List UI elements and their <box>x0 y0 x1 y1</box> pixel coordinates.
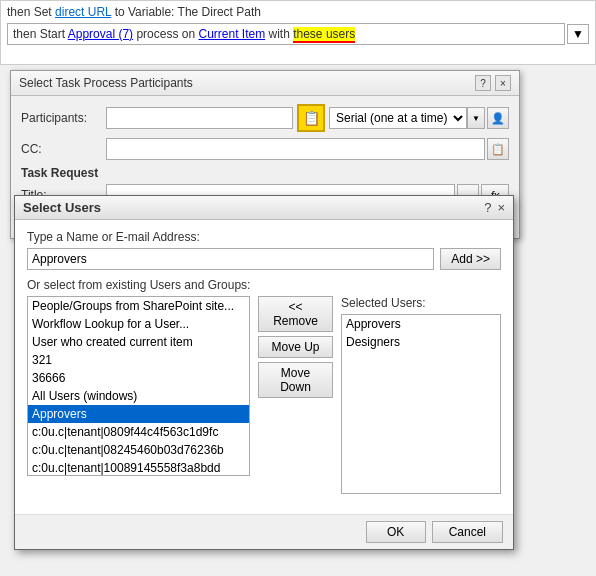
inner-titlebar-icons: ? × <box>484 200 505 215</box>
list-item[interactable]: 321 <box>28 351 249 369</box>
select-users-content: Type a Name or E-mail Address: Add >> Or… <box>15 220 513 514</box>
task-dialog-title: Select Task Process Participants <box>19 76 193 90</box>
serial-dropdown-btn[interactable]: ▼ <box>467 107 485 129</box>
these-users-highlight: these users <box>293 27 355 43</box>
line2-prefix: then Start <box>13 27 68 41</box>
middle-buttons: << Remove Move Up Move Down <box>258 296 333 494</box>
participants-input[interactable] <box>106 107 293 129</box>
task-dialog-close-btn[interactable]: × <box>495 75 511 91</box>
selected-list-item[interactable]: Designers <box>342 333 500 351</box>
line1-prefix: then Set <box>7 5 55 19</box>
cc-input[interactable] <box>106 138 485 160</box>
serial-select[interactable]: Serial (one at a time) <box>329 107 467 129</box>
participants-row: Participants: 📋 Serial (one at a time) ▼… <box>21 104 509 132</box>
list-item[interactable]: Workflow Lookup for a User... <box>28 315 249 333</box>
participants-label: Participants: <box>21 111 106 125</box>
select-users-dialog: Select Users ? × Type a Name or E-mail A… <box>14 195 514 550</box>
lists-area: People/Groups from SharePoint site...Wor… <box>27 296 501 494</box>
taskdialog-title-icons: ? × <box>475 75 511 91</box>
list-item[interactable]: 36666 <box>28 369 249 387</box>
cc-row: CC: 📋 <box>21 138 509 160</box>
participants-book-btn[interactable]: 📋 <box>297 104 325 132</box>
left-list-inner[interactable]: People/Groups from SharePoint site...Wor… <box>28 297 249 475</box>
line1-suffix: to <box>115 5 128 19</box>
line2-mid: process on <box>136 27 198 41</box>
list-item[interactable]: c:0u.c|tenant|0809f44c4f563c1d9fc <box>28 423 249 441</box>
select-users-help-btn[interactable]: ? <box>484 200 491 215</box>
select-users-title: Select Users <box>23 200 101 215</box>
search-row: Add >> <box>27 248 501 270</box>
task-dialog-help-btn[interactable]: ? <box>475 75 491 91</box>
current-item-link[interactable]: Current Item <box>198 27 265 41</box>
workflow-line1: then Set direct URL to Variable: The Dir… <box>7 5 589 19</box>
list-item[interactable]: User who created current item <box>28 333 249 351</box>
list-item[interactable]: Approvers <box>28 405 249 423</box>
task-dialog-titlebar: Select Task Process Participants ? × <box>11 71 519 96</box>
left-list-container: People/Groups from SharePoint site...Wor… <box>27 296 250 494</box>
left-list-box: People/Groups from SharePoint site...Wor… <box>27 296 250 476</box>
select-users-titlebar: Select Users ? × <box>15 196 513 220</box>
ok-button[interactable]: OK <box>366 521 426 543</box>
workflow-background: then Set direct URL to Variable: The Dir… <box>0 0 596 65</box>
right-list-container: Selected Users: ApproversDesigners <box>341 296 501 494</box>
move-down-button[interactable]: Move Down <box>258 362 333 398</box>
workflow-line2: then Start Approval (7) process on Curre… <box>7 23 565 45</box>
cc-book-btn[interactable]: 📋 <box>487 138 509 160</box>
select-users-footer: OK Cancel <box>15 514 513 549</box>
selected-users-label: Selected Users: <box>341 296 501 310</box>
or-select-label: Or select from existing Users and Groups… <box>27 278 501 292</box>
list-item[interactable]: All Users (windows) <box>28 387 249 405</box>
selected-list-item[interactable]: Approvers <box>342 315 500 333</box>
direct-url-link[interactable]: direct URL <box>55 5 111 19</box>
line2-end: with <box>269 27 294 41</box>
list-item[interactable]: c:0u.c|tenant|10089145558f3a8bdd <box>28 459 249 475</box>
workflow-dropdown[interactable]: ▼ <box>567 24 589 44</box>
line1-var: Variable: The Direct Path <box>128 5 261 19</box>
approval-link[interactable]: Approval (7) <box>68 27 133 41</box>
task-request-header: Task Request <box>21 166 509 180</box>
cancel-button[interactable]: Cancel <box>432 521 503 543</box>
list-item[interactable]: c:0u.c|tenant|08245460b03d76236b <box>28 441 249 459</box>
move-up-button[interactable]: Move Up <box>258 336 333 358</box>
right-list[interactable]: ApproversDesigners <box>341 314 501 494</box>
participants-person-btn[interactable]: 👤 <box>487 107 509 129</box>
select-users-close-btn[interactable]: × <box>497 200 505 215</box>
add-button[interactable]: Add >> <box>440 248 501 270</box>
list-item[interactable]: People/Groups from SharePoint site... <box>28 297 249 315</box>
cc-label: CC: <box>21 142 106 156</box>
type-name-label: Type a Name or E-mail Address: <box>27 230 501 244</box>
search-input[interactable] <box>27 248 434 270</box>
remove-button[interactable]: << Remove <box>258 296 333 332</box>
